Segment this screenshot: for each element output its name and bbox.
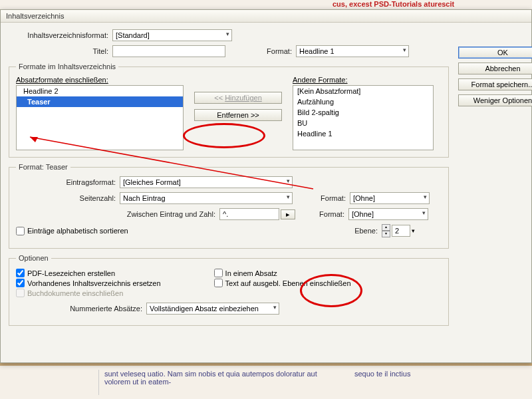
list-item[interactable]: Aufzählung [293, 96, 433, 107]
entry-format-label: Eintragsformat: [16, 178, 120, 186]
toc-dialog: Inhaltsverzeichnis OK Abbrechen Format s… [0, 9, 532, 363]
other-formats-label: Andere Formate: [293, 76, 434, 84]
between-format-label: Format: [305, 210, 348, 218]
list-item[interactable]: Teaser [17, 96, 183, 107]
title-input[interactable] [112, 45, 225, 57]
level-down-button[interactable]: ▾ [382, 231, 390, 237]
list-item[interactable]: Bild 2-spaltig [293, 107, 433, 118]
between-input[interactable] [219, 208, 279, 220]
less-options-button[interactable]: Weniger Optionen [458, 94, 532, 106]
hidden-layers-checkbox[interactable] [214, 279, 223, 287]
numbered-paragraphs-label: Nummerierte Absätze: [16, 305, 146, 313]
replace-toc-checkbox[interactable] [16, 279, 25, 287]
one-paragraph-row[interactable]: In einem Absatz [214, 269, 351, 277]
pagenum-select[interactable]: Nach Eintrag [120, 192, 293, 204]
add-button[interactable]: << Hinzufügen [194, 92, 282, 104]
options-legend: Optionen [16, 254, 51, 262]
alpha-sort-label: Einträge alphabetisch sortieren [27, 227, 128, 235]
options-fieldset: Optionen PDF-Lesezeichen erstellen Vorha… [9, 254, 449, 326]
format-teaser-legend: Format: Teaser [16, 163, 70, 171]
ok-button[interactable]: OK [458, 47, 532, 59]
list-item[interactable]: BU [293, 118, 433, 128]
formats-legend: Formate im Inhaltsverzeichnis [16, 63, 118, 70]
alpha-sort-row[interactable]: Einträge alphabetisch sortieren [16, 227, 128, 235]
formats-fieldset: Formate im Inhaltsverzeichnis Absatzform… [9, 63, 449, 158]
background-document-top: cus, excest PSD-Tutorials aturescit [0, 0, 532, 9]
level-label: Ebene: [344, 227, 382, 235]
hidden-layers-label: Text auf ausgebl. Ebenen einschließen [225, 279, 351, 287]
between-label: Zwischen Eintrag und Zahl: [16, 210, 219, 218]
pagenum-format-label: Format: [306, 194, 350, 202]
replace-toc-label: Vorhandenes Inhaltsverzeichnis ersetzen [27, 279, 161, 287]
book-docs-label: Buchdokumente einschließen [27, 289, 123, 297]
title-label: Titel: [9, 47, 112, 55]
title-style-label: Format: [239, 47, 296, 55]
include-formats-label: Absatzformate einschließen: [16, 76, 184, 84]
between-flyout-button[interactable]: ▸ [281, 209, 295, 219]
dialog-title: Inhaltsverzeichnis [1, 10, 531, 23]
title-style-select[interactable]: Headline 1 [296, 45, 409, 57]
pagenum-label: Seitenzahl: [16, 194, 120, 202]
background-document-bottom: sunt veleseq uatio. Nam sim nobis et qui… [0, 366, 532, 399]
format-teaser-fieldset: Format: Teaser Eintragsformat: [Gleiches… [9, 163, 449, 249]
toc-format-label: Inhaltsverzeichnisformat: [9, 31, 112, 39]
list-item[interactable]: [Kein Absatzformat] [293, 86, 433, 96]
numbered-paragraphs-select[interactable]: Vollständigen Absatz einbeziehen [146, 303, 279, 315]
list-item[interactable]: Headline 2 [17, 86, 183, 96]
pdf-bookmarks-checkbox[interactable] [16, 269, 25, 277]
cancel-button[interactable]: Abbrechen [458, 63, 532, 74]
level-spinner[interactable]: ▴ ▾ ▾ [382, 224, 415, 237]
pdf-bookmarks-label: PDF-Lesezeichen erstellen [27, 269, 115, 277]
pdf-bookmarks-row[interactable]: PDF-Lesezeichen erstellen [16, 269, 161, 277]
level-up-button[interactable]: ▴ [382, 224, 390, 231]
between-format-select[interactable]: [Ohne] [348, 208, 428, 220]
book-docs-row: Buchdokumente einschließen [16, 289, 161, 297]
replace-toc-row[interactable]: Vorhandenes Inhaltsverzeichnis ersetzen [16, 279, 161, 287]
one-paragraph-checkbox[interactable] [214, 269, 223, 277]
list-item[interactable]: Headline 1 [293, 128, 433, 139]
one-paragraph-label: In einem Absatz [225, 269, 277, 277]
entry-format-select[interactable]: [Gleiches Format] [120, 176, 293, 188]
level-input[interactable] [392, 225, 410, 237]
include-formats-list[interactable]: Headline 2 Teaser [16, 85, 184, 150]
pagenum-format-select[interactable]: [Ohne] [350, 192, 430, 204]
alpha-sort-checkbox[interactable] [16, 227, 25, 235]
book-docs-checkbox [16, 289, 25, 297]
save-format-button[interactable]: Format speichern... [458, 78, 532, 90]
other-formats-list[interactable]: [Kein Absatzformat] Aufzählung Bild 2-sp… [293, 85, 434, 150]
remove-button[interactable]: Entfernen >> [194, 109, 282, 121]
level-dropdown-icon[interactable]: ▾ [412, 227, 415, 234]
hidden-layers-row[interactable]: Text auf ausgebl. Ebenen einschließen [214, 279, 351, 287]
toc-format-select[interactable]: [Standard] [112, 29, 232, 41]
